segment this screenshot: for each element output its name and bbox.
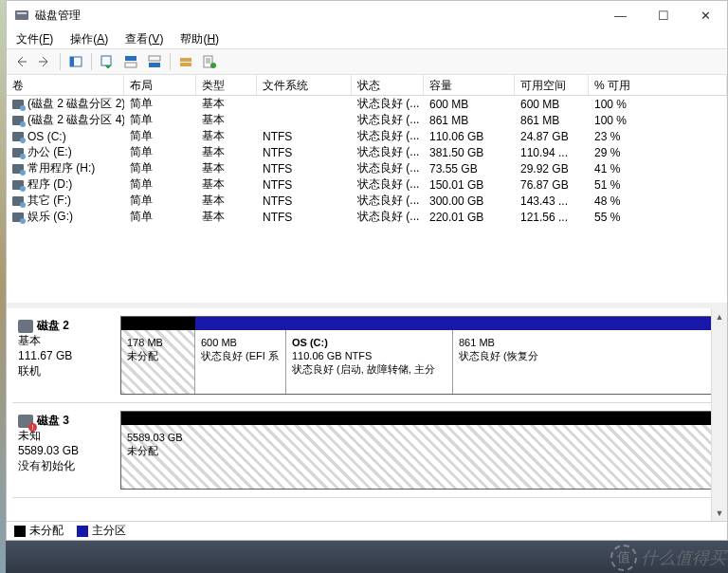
legend: 未分配 主分区: [7, 521, 727, 540]
disk2-name: 磁盘 2: [37, 319, 69, 332]
svg-rect-3: [70, 57, 74, 66]
svg-rect-5: [125, 56, 136, 61]
disk2-graph: 178 MB未分配600 MB状态良好 (EFI 系OS (C:)110.06 …: [120, 316, 716, 395]
disk-row-3: !磁盘 3 未知 5589.03 GB 没有初始化 5589.03 GB 未分配: [12, 407, 721, 498]
disk3-name: 磁盘 3: [37, 414, 69, 427]
volume-icon: [12, 100, 24, 109]
watermark: 值 什么值得买: [610, 545, 726, 571]
part-size: 5589.03 GB: [127, 431, 709, 444]
volume-rows: (磁盘 2 磁盘分区 2)简单基本状态良好 (...600 MB600 MB10…: [7, 96, 727, 303]
volume-icon: [12, 180, 24, 190]
menu-view[interactable]: 查看(V): [121, 29, 167, 49]
volume-list-pane: 卷 布局 类型 文件系统 状态 容量 可用空间 % 可用 (磁盘 2 磁盘分区 …: [7, 75, 727, 308]
disk2-partition[interactable]: 600 MB状态良好 (EFI 系: [195, 330, 286, 394]
part-status: 未分配: [127, 444, 709, 457]
disk3-status: 没有初始化: [18, 459, 75, 472]
titlebar: 磁盘管理 — ☐ ✕: [7, 1, 727, 29]
svg-rect-8: [149, 63, 160, 67]
svg-rect-9: [180, 58, 191, 62]
toolbar: [7, 48, 727, 75]
back-button[interactable]: [10, 51, 31, 72]
disk2-type: 基本: [18, 334, 41, 347]
legend-unalloc-swatch: [14, 526, 26, 537]
volume-icon: [12, 196, 24, 206]
legend-primary-label: 主分区: [92, 524, 126, 537]
layout-bottom-button[interactable]: [144, 51, 165, 72]
svg-point-12: [210, 63, 216, 68]
disk-icon: [18, 320, 33, 333]
volume-row[interactable]: 其它 (F:)简单基本NTFS状态良好 (...300.00 GB143.43 …: [7, 193, 727, 209]
disk3-band: [121, 412, 715, 425]
col-free[interactable]: 可用空间: [515, 75, 589, 95]
disk-graphic-pane: 磁盘 2 基本 111.67 GB 联机 178 MB未分配600 MB状态良好…: [7, 308, 727, 540]
disk3-info[interactable]: !磁盘 3 未知 5589.03 GB 没有初始化: [12, 407, 120, 497]
col-type[interactable]: 类型: [196, 75, 257, 95]
col-capacity[interactable]: 容量: [424, 75, 515, 95]
svg-rect-10: [180, 63, 191, 66]
volume-row[interactable]: (磁盘 2 磁盘分区 4)简单基本状态良好 (...861 MB861 MB10…: [7, 112, 727, 128]
volume-icon: [12, 132, 24, 141]
properties-button[interactable]: [199, 51, 220, 72]
column-headers: 卷 布局 类型 文件系统 状态 容量 可用空间 % 可用: [7, 75, 727, 96]
disk2-info[interactable]: 磁盘 2 基本 111.67 GB 联机: [12, 312, 120, 402]
svg-rect-0: [15, 10, 28, 20]
volume-row[interactable]: 常用程序 (H:)简单基本NTFS状态良好 (...73.55 GB29.92 …: [7, 160, 727, 176]
volume-icon: [12, 164, 24, 174]
menu-help[interactable]: 帮助(H): [176, 29, 223, 49]
view-button[interactable]: [65, 51, 86, 72]
svg-rect-4: [101, 56, 111, 65]
col-status[interactable]: 状态: [352, 75, 424, 95]
refresh-button[interactable]: [97, 51, 118, 72]
forward-button[interactable]: [34, 51, 55, 72]
disk2-partition[interactable]: 178 MB未分配: [121, 330, 195, 394]
scroll-down-icon[interactable]: ▼: [712, 505, 727, 521]
disk-row-2: 磁盘 2 基本 111.67 GB 联机 178 MB未分配600 MB状态良好…: [12, 312, 721, 403]
volume-row[interactable]: 程序 (D:)简单基本NTFS状态良好 (...150.01 GB76.87 G…: [7, 176, 727, 193]
volume-row[interactable]: (磁盘 2 磁盘分区 2)简单基本状态良好 (...600 MB600 MB10…: [7, 96, 727, 112]
disk-management-window: 磁盘管理 — ☐ ✕ 文件(F) 操作(A) 查看(V) 帮助(H) 卷 布局 …: [6, 0, 728, 541]
disk3-graph: 5589.03 GB 未分配: [120, 411, 716, 490]
minimize-button[interactable]: —: [599, 1, 642, 29]
legend-unalloc-label: 未分配: [29, 524, 64, 537]
volume-row[interactable]: 办公 (E:)简单基本NTFS状态良好 (...381.50 GB110.94 …: [7, 144, 727, 160]
vertical-scrollbar[interactable]: ▲ ▼: [711, 308, 727, 521]
col-volume[interactable]: 卷: [7, 75, 124, 95]
col-layout[interactable]: 布局: [124, 75, 196, 95]
volume-row[interactable]: 娱乐 (G:)简单基本NTFS状态良好 (...220.01 GB121.56 …: [7, 209, 727, 225]
volume-icon: [12, 148, 24, 157]
settings-button[interactable]: [175, 51, 196, 72]
disk3-partition[interactable]: 5589.03 GB 未分配: [121, 425, 715, 489]
volume-row[interactable]: OS (C:)简单基本NTFS状态良好 (...110.06 GB24.87 G…: [7, 128, 727, 144]
svg-rect-6: [125, 63, 136, 67]
menu-file[interactable]: 文件(F): [12, 29, 57, 49]
watermark-text: 什么值得买: [641, 546, 726, 569]
close-button[interactable]: ✕: [684, 1, 727, 29]
menubar: 文件(F) 操作(A) 查看(V) 帮助(H): [7, 29, 727, 48]
app-icon: [14, 8, 29, 23]
watermark-icon: 值: [610, 545, 637, 571]
disk2-partition[interactable]: OS (C:)110.06 GB NTFS状态良好 (启动, 故障转储, 主分: [286, 330, 453, 394]
disk3-size: 5589.03 GB: [18, 444, 79, 457]
svg-rect-7: [149, 56, 160, 61]
layout-top-button[interactable]: [120, 51, 141, 72]
disk2-partition[interactable]: 861 MB状态良好 (恢复分: [453, 330, 555, 394]
disk2-status: 联机: [18, 364, 41, 378]
volume-icon: [12, 213, 24, 222]
col-pctfree[interactable]: % 可用: [589, 75, 727, 95]
disk-icon: !: [18, 415, 33, 428]
disk2-band: [121, 317, 715, 330]
volume-icon: [12, 116, 24, 125]
disk2-size: 111.67 GB: [18, 349, 72, 362]
window-title: 磁盘管理: [35, 8, 599, 24]
maximize-button[interactable]: ☐: [642, 1, 684, 29]
col-fs[interactable]: 文件系统: [257, 75, 352, 95]
scroll-up-icon[interactable]: ▲: [712, 308, 727, 324]
legend-primary-swatch: [77, 526, 88, 537]
menu-actions[interactable]: 操作(A): [66, 29, 112, 49]
svg-rect-1: [17, 12, 27, 14]
